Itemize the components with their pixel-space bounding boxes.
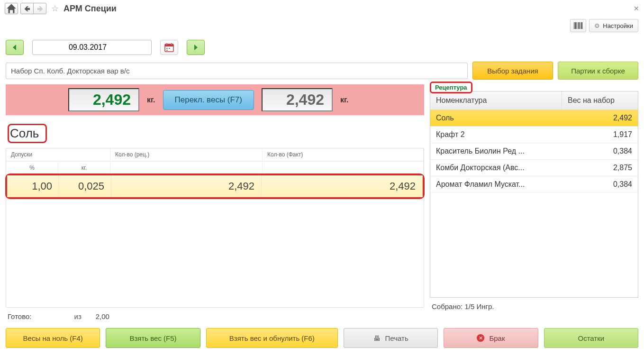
- svg-rect-8: [165, 44, 173, 46]
- recipe-row[interactable]: Крафт 21,917: [430, 127, 638, 143]
- defect-label: Брак: [489, 334, 505, 342]
- th-percent: %: [6, 161, 58, 174]
- weight-panel: 2,492 кг. Перекл. весы (F7) 2,492 кг.: [6, 84, 424, 115]
- recipe-weight: 0,384: [562, 176, 638, 192]
- tolerance-row[interactable]: 1,00 0,025 2,492 2,492: [7, 175, 423, 197]
- cancel-icon: ✕: [477, 334, 484, 342]
- svg-rect-3: [578, 22, 578, 29]
- svg-rect-9: [166, 43, 167, 45]
- settings-label: Настройки: [603, 22, 633, 29]
- switch-scales-button[interactable]: Перекл. весы (F7): [163, 90, 254, 110]
- recipe-tab[interactable]: Рецептура: [430, 82, 472, 93]
- current-ingredient: Соль: [8, 124, 47, 143]
- svg-rect-13: [166, 50, 168, 51]
- svg-rect-10: [171, 43, 172, 45]
- back-button[interactable]: 🡸: [20, 3, 34, 14]
- recipe-weight: 2,875: [562, 160, 638, 176]
- recipe-name: Крафт 2: [430, 127, 562, 143]
- recipe-name: Комби Докторская (Авс...: [430, 160, 562, 176]
- rh-name: Номенклатура: [430, 91, 562, 110]
- td-fact: 2,492: [262, 175, 423, 197]
- calendar-button[interactable]: [160, 40, 178, 55]
- th-qty-recipe: Кол-во (рец.): [110, 148, 263, 161]
- zero-scales-button[interactable]: Весы на ноль (F4): [6, 328, 100, 348]
- printer-icon: 🖶: [373, 334, 381, 342]
- remains-button[interactable]: Остатки: [544, 328, 638, 348]
- ready-iz: из: [74, 312, 82, 320]
- recipe-row[interactable]: Соль2,492: [430, 110, 638, 127]
- take-zero-button[interactable]: Взять вес и обнулить (F6): [206, 328, 338, 348]
- take-weight-button[interactable]: Взять вес (F5): [106, 328, 200, 348]
- kg-label: кг.: [147, 96, 155, 104]
- forward-button[interactable]: 🡺: [33, 3, 46, 14]
- th-kg: кг.: [58, 161, 110, 174]
- td-kg: 0,025: [59, 175, 111, 197]
- svg-rect-0: [574, 22, 574, 29]
- favorite-star-icon[interactable]: ☆: [51, 3, 59, 14]
- th-tolerance: Допуски: [6, 148, 110, 161]
- recipe-name: Аромат Фламил Мускат...: [430, 176, 562, 192]
- td-recipe: 2,492: [111, 175, 262, 197]
- recipe-row[interactable]: Комби Докторская (Авс...2,875: [430, 160, 638, 176]
- svg-rect-12: [169, 48, 170, 49]
- rh-weight: Вес на набор: [562, 91, 638, 110]
- ready-total: 2,00: [96, 312, 109, 320]
- barcode-icon: [574, 22, 582, 29]
- print-label: Печать: [385, 334, 408, 342]
- recipe-weight: 1,917: [562, 127, 638, 143]
- td-percent: 1,00: [7, 175, 59, 197]
- recipe-table: Номенклатура Вес на набор Соль2,492Крафт…: [430, 91, 638, 298]
- tolerance-table: Допуски Кол-во (рец.) Кол-во (Факт) % кг…: [6, 148, 424, 308]
- svg-rect-4: [579, 22, 580, 29]
- choose-task-button[interactable]: Выбор задания: [472, 62, 553, 80]
- page-title: АРМ Специи: [63, 4, 117, 14]
- defect-button[interactable]: ✕ Брак: [444, 328, 538, 348]
- weight-secondary: 2,492: [262, 88, 333, 111]
- svg-rect-11: [166, 48, 168, 49]
- svg-rect-2: [576, 22, 577, 29]
- task-field[interactable]: Набор Сп. Колб. Докторская вар в/с: [6, 63, 468, 79]
- recipe-name: Соль: [430, 110, 562, 126]
- parties-button[interactable]: Партии к сборке: [558, 62, 638, 80]
- kg-label-2: кг.: [340, 96, 349, 104]
- svg-rect-1: [575, 22, 576, 29]
- recipe-weight: 2,492: [562, 110, 638, 126]
- recipe-row[interactable]: Краситель Биолин Ред ...0,384: [430, 143, 638, 160]
- calendar-icon: [164, 42, 174, 53]
- ready-label: Готово:: [8, 312, 32, 320]
- print-button[interactable]: 🖶 Печать: [344, 328, 438, 348]
- settings-button[interactable]: ⚙ Настройки: [589, 19, 638, 32]
- date-field[interactable]: [32, 40, 152, 55]
- home-button[interactable]: [5, 3, 18, 14]
- recipe-name: Краситель Биолин Ред ...: [430, 143, 562, 159]
- th-qty-fact: Кол-во (Факт): [263, 148, 424, 161]
- next-date-button[interactable]: [187, 40, 205, 55]
- svg-rect-6: [581, 22, 582, 29]
- recipe-row[interactable]: Аромат Фламил Мускат...0,384: [430, 176, 638, 193]
- collected-status: Собрано: 1/5 Ингр.: [430, 298, 638, 315]
- prev-date-button[interactable]: [6, 40, 24, 55]
- close-icon[interactable]: ✕: [634, 5, 639, 12]
- weight-primary: 2,492: [68, 88, 139, 111]
- recipe-weight: 0,384: [562, 143, 638, 159]
- svg-rect-5: [581, 22, 581, 29]
- barcode-button[interactable]: [570, 19, 586, 32]
- gear-icon: ⚙: [594, 22, 600, 29]
